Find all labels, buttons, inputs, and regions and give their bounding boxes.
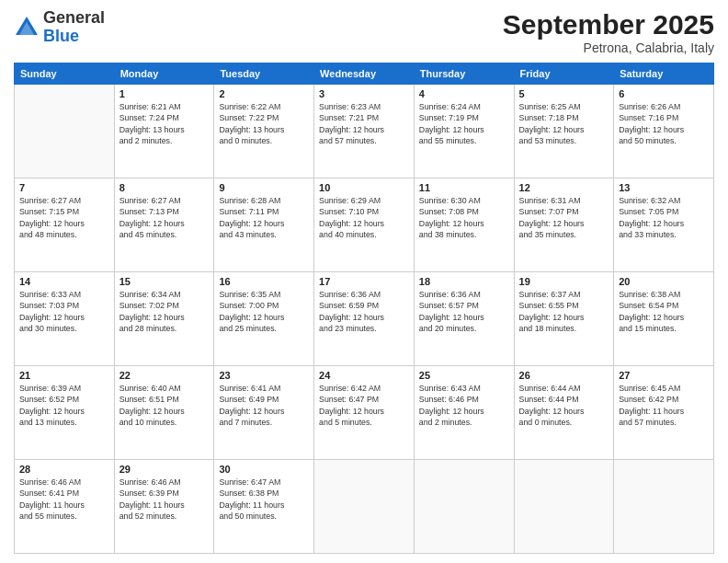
day-info: Sunrise: 6:43 AM Sunset: 6:46 PM Dayligh… xyxy=(419,383,509,428)
calendar-cell: 28Sunrise: 6:46 AM Sunset: 6:41 PM Dayli… xyxy=(15,460,115,554)
weekday-header-wednesday: Wednesday xyxy=(314,63,415,85)
calendar-cell: 21Sunrise: 6:39 AM Sunset: 6:52 PM Dayli… xyxy=(15,366,115,460)
day-info: Sunrise: 6:46 AM Sunset: 6:39 PM Dayligh… xyxy=(119,477,210,522)
day-info: Sunrise: 6:22 AM Sunset: 7:22 PM Dayligh… xyxy=(219,101,309,146)
weekday-header-thursday: Thursday xyxy=(414,63,514,85)
day-info: Sunrise: 6:41 AM Sunset: 6:49 PM Dayligh… xyxy=(219,383,309,428)
day-info: Sunrise: 6:32 AM Sunset: 7:05 PM Dayligh… xyxy=(619,195,709,240)
day-number: 12 xyxy=(519,182,609,193)
day-number: 24 xyxy=(319,370,409,381)
calendar-cell: 30Sunrise: 6:47 AM Sunset: 6:38 PM Dayli… xyxy=(214,460,314,554)
calendar-cell xyxy=(614,460,714,554)
calendar-cell: 14Sunrise: 6:33 AM Sunset: 7:03 PM Dayli… xyxy=(15,272,115,366)
day-number: 29 xyxy=(119,464,210,475)
day-info: Sunrise: 6:44 AM Sunset: 6:44 PM Dayligh… xyxy=(519,383,609,428)
day-info: Sunrise: 6:36 AM Sunset: 6:59 PM Dayligh… xyxy=(319,289,409,334)
day-number: 8 xyxy=(119,182,210,193)
calendar-cell: 19Sunrise: 6:37 AM Sunset: 6:55 PM Dayli… xyxy=(514,272,614,366)
day-info: Sunrise: 6:27 AM Sunset: 7:15 PM Dayligh… xyxy=(19,195,109,240)
day-info: Sunrise: 6:39 AM Sunset: 6:52 PM Dayligh… xyxy=(19,383,109,428)
calendar-cell xyxy=(414,460,514,554)
day-info: Sunrise: 6:31 AM Sunset: 7:07 PM Dayligh… xyxy=(519,195,609,240)
calendar-cell xyxy=(514,460,614,554)
day-number: 30 xyxy=(219,464,309,475)
week-row-5: 28Sunrise: 6:46 AM Sunset: 6:41 PM Dayli… xyxy=(15,460,714,554)
weekday-header-row: SundayMondayTuesdayWednesdayThursdayFrid… xyxy=(15,63,714,85)
calendar-cell: 23Sunrise: 6:41 AM Sunset: 6:49 PM Dayli… xyxy=(214,366,314,460)
day-info: Sunrise: 6:25 AM Sunset: 7:18 PM Dayligh… xyxy=(519,101,609,146)
day-number: 23 xyxy=(219,370,309,381)
calendar-cell: 12Sunrise: 6:31 AM Sunset: 7:07 PM Dayli… xyxy=(514,178,614,272)
calendar-cell: 3Sunrise: 6:23 AM Sunset: 7:21 PM Daylig… xyxy=(314,85,415,178)
day-number: 18 xyxy=(419,276,509,287)
day-number: 7 xyxy=(19,182,109,193)
calendar-cell: 25Sunrise: 6:43 AM Sunset: 6:46 PM Dayli… xyxy=(414,366,514,460)
day-number: 2 xyxy=(219,88,309,99)
day-number: 20 xyxy=(619,276,709,287)
day-info: Sunrise: 6:23 AM Sunset: 7:21 PM Dayligh… xyxy=(319,101,409,146)
weekday-header-saturday: Saturday xyxy=(614,63,714,85)
logo: General Blue xyxy=(14,9,105,46)
calendar-cell: 17Sunrise: 6:36 AM Sunset: 6:59 PM Dayli… xyxy=(314,272,415,366)
day-number: 15 xyxy=(119,276,210,287)
logo-icon xyxy=(14,15,40,40)
calendar-cell: 29Sunrise: 6:46 AM Sunset: 6:39 PM Dayli… xyxy=(114,460,214,554)
day-info: Sunrise: 6:35 AM Sunset: 7:00 PM Dayligh… xyxy=(219,289,309,334)
weekday-header-sunday: Sunday xyxy=(15,63,115,85)
day-number: 19 xyxy=(519,276,609,287)
calendar-cell: 16Sunrise: 6:35 AM Sunset: 7:00 PM Dayli… xyxy=(214,272,314,366)
calendar-cell: 10Sunrise: 6:29 AM Sunset: 7:10 PM Dayli… xyxy=(314,178,415,272)
calendar-cell: 9Sunrise: 6:28 AM Sunset: 7:11 PM Daylig… xyxy=(214,178,314,272)
day-number: 16 xyxy=(219,276,309,287)
calendar-cell: 5Sunrise: 6:25 AM Sunset: 7:18 PM Daylig… xyxy=(514,85,614,178)
day-number: 28 xyxy=(19,464,109,475)
week-row-1: 1Sunrise: 6:21 AM Sunset: 7:24 PM Daylig… xyxy=(15,85,714,178)
day-number: 1 xyxy=(119,88,210,99)
weekday-header-friday: Friday xyxy=(514,63,614,85)
day-number: 3 xyxy=(319,88,409,99)
calendar-cell: 22Sunrise: 6:40 AM Sunset: 6:51 PM Dayli… xyxy=(114,366,214,460)
month-title: September 2025 xyxy=(503,9,714,40)
day-info: Sunrise: 6:27 AM Sunset: 7:13 PM Dayligh… xyxy=(119,195,210,240)
day-info: Sunrise: 6:26 AM Sunset: 7:16 PM Dayligh… xyxy=(619,101,709,146)
logo-general: General xyxy=(43,8,105,27)
day-info: Sunrise: 6:21 AM Sunset: 7:24 PM Dayligh… xyxy=(119,101,210,146)
calendar-cell: 27Sunrise: 6:45 AM Sunset: 6:42 PM Dayli… xyxy=(614,366,714,460)
day-number: 4 xyxy=(419,88,509,99)
day-number: 14 xyxy=(19,276,109,287)
day-number: 26 xyxy=(519,370,609,381)
day-number: 22 xyxy=(119,370,210,381)
title-area: September 2025 Petrona, Calabria, Italy xyxy=(503,9,714,55)
calendar-cell: 7Sunrise: 6:27 AM Sunset: 7:15 PM Daylig… xyxy=(15,178,115,272)
calendar: SundayMondayTuesdayWednesdayThursdayFrid… xyxy=(14,63,714,554)
calendar-cell: 11Sunrise: 6:30 AM Sunset: 7:08 PM Dayli… xyxy=(414,178,514,272)
day-number: 25 xyxy=(419,370,509,381)
calendar-cell: 13Sunrise: 6:32 AM Sunset: 7:05 PM Dayli… xyxy=(614,178,714,272)
day-info: Sunrise: 6:24 AM Sunset: 7:19 PM Dayligh… xyxy=(419,101,509,146)
weekday-header-tuesday: Tuesday xyxy=(214,63,314,85)
calendar-cell: 24Sunrise: 6:42 AM Sunset: 6:47 PM Dayli… xyxy=(314,366,415,460)
calendar-cell: 15Sunrise: 6:34 AM Sunset: 7:02 PM Dayli… xyxy=(114,272,214,366)
calendar-cell: 6Sunrise: 6:26 AM Sunset: 7:16 PM Daylig… xyxy=(614,85,714,178)
day-info: Sunrise: 6:45 AM Sunset: 6:42 PM Dayligh… xyxy=(619,383,709,428)
day-number: 6 xyxy=(619,88,709,99)
calendar-cell: 4Sunrise: 6:24 AM Sunset: 7:19 PM Daylig… xyxy=(414,85,514,178)
day-info: Sunrise: 6:34 AM Sunset: 7:02 PM Dayligh… xyxy=(119,289,210,334)
day-info: Sunrise: 6:46 AM Sunset: 6:41 PM Dayligh… xyxy=(19,477,109,522)
weekday-header-monday: Monday xyxy=(114,63,214,85)
day-info: Sunrise: 6:33 AM Sunset: 7:03 PM Dayligh… xyxy=(19,289,109,334)
calendar-cell: 2Sunrise: 6:22 AM Sunset: 7:22 PM Daylig… xyxy=(214,85,314,178)
calendar-cell: 26Sunrise: 6:44 AM Sunset: 6:44 PM Dayli… xyxy=(514,366,614,460)
day-info: Sunrise: 6:36 AM Sunset: 6:57 PM Dayligh… xyxy=(419,289,509,334)
location-subtitle: Petrona, Calabria, Italy xyxy=(503,40,714,55)
day-info: Sunrise: 6:29 AM Sunset: 7:10 PM Dayligh… xyxy=(319,195,409,240)
calendar-cell xyxy=(314,460,415,554)
page: General Blue September 2025 Petrona, Cal… xyxy=(0,0,728,563)
day-info: Sunrise: 6:28 AM Sunset: 7:11 PM Dayligh… xyxy=(219,195,309,240)
week-row-4: 21Sunrise: 6:39 AM Sunset: 6:52 PM Dayli… xyxy=(15,366,714,460)
day-number: 21 xyxy=(19,370,109,381)
week-row-3: 14Sunrise: 6:33 AM Sunset: 7:03 PM Dayli… xyxy=(15,272,714,366)
day-number: 13 xyxy=(619,182,709,193)
day-info: Sunrise: 6:42 AM Sunset: 6:47 PM Dayligh… xyxy=(319,383,409,428)
day-number: 17 xyxy=(319,276,409,287)
